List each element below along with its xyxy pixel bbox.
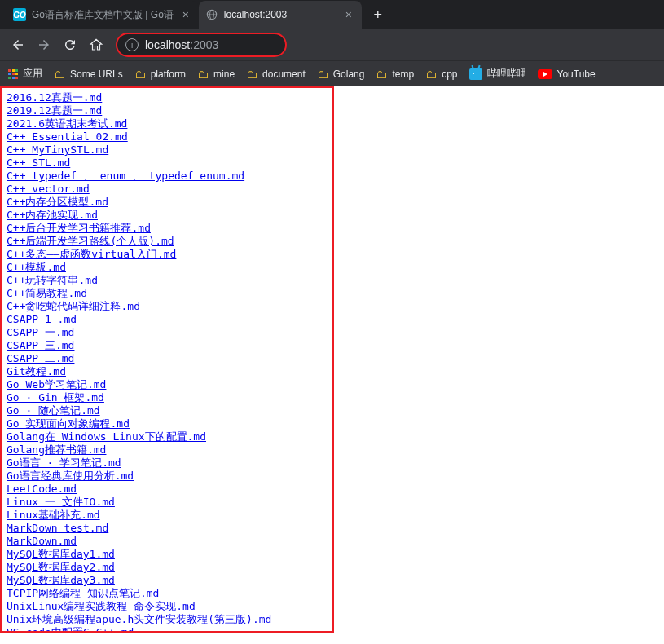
url-host: localhost [145,38,190,51]
bookmark-folder-temp[interactable]: 🗀 temp [376,68,414,81]
file-link[interactable]: C++玩转字符串.md [7,274,328,287]
tab-title: Go语言标准库文档中文版 | Go语 [32,8,174,22]
go-favicon: GO [13,8,26,21]
file-link[interactable]: Go语言经典库使用分析.md [7,470,328,483]
file-link[interactable]: C++贪吃蛇代码详细注释.md [7,300,328,313]
globe-icon [205,8,218,21]
apps-grid-icon [8,69,18,79]
folder-icon: 🗀 [54,68,65,81]
bookmark-label: platform [151,68,186,80]
bookmark-bilibili[interactable]: · · 哔哩哔哩 [469,67,526,81]
folder-icon: 🗀 [376,68,387,81]
file-link[interactable]: Go · Gin 框架.md [7,391,328,404]
file-link[interactable]: C++ Essential 02.md [7,130,328,143]
bilibili-icon: · · [469,68,482,80]
file-link[interactable]: C++内存池实现.md [7,209,328,222]
file-link[interactable]: C++ STL.md [7,157,328,170]
file-link[interactable]: Go 实现面向对象编程.md [7,417,328,430]
file-link[interactable]: Golang推荐书籍.md [7,443,328,457]
file-link[interactable]: C++后台开发学习书籍推荐.md [7,222,328,235]
file-link[interactable]: C++简易教程.md [7,287,328,300]
bookmark-folder-document[interactable]: 🗀 document [246,68,306,81]
forward-button[interactable] [33,33,55,56]
bookmark-label: Golang [333,68,365,80]
file-link[interactable]: Linux 一 文件IO.md [7,496,328,509]
bookmark-folder-cpp[interactable]: 🗀 cpp [425,68,457,81]
file-link[interactable]: C++模板.md [7,261,328,274]
file-link[interactable]: 2019.12真题一.md [7,104,328,117]
reload-button[interactable] [59,33,81,56]
file-link[interactable]: MySQL数据库day2.md [7,561,328,574]
bookmark-youtube[interactable]: YouTube [538,68,596,80]
file-link[interactable]: C++ vector.md [7,183,328,196]
folder-icon: 🗀 [197,68,209,81]
page-content: 2016.12真题一.md2019.12真题一.md2021.6英语期末考试.m… [0,86,334,633]
file-link[interactable]: Git教程.md [7,365,328,378]
file-link[interactable]: MySQL数据库day1.md [7,548,328,561]
bookmark-label: Some URLs [70,68,123,80]
new-tab-button[interactable]: + [367,3,389,26]
tab-bar: GO Go语言标准库文档中文版 | Go语 × localhost:2003 ×… [0,0,664,29]
address-bar[interactable]: i localhost:2003 [116,33,287,57]
file-link[interactable]: 2016.12真题一.md [7,91,328,104]
file-link[interactable]: C++ typedef 、 enum 、 typedef enum.md [7,170,328,183]
file-link[interactable]: Linux基础补充.md [7,509,328,522]
file-link[interactable]: C++内存分区模型.md [7,196,328,209]
folder-icon: 🗀 [317,68,328,81]
url-text: localhost:2003 [145,38,218,51]
file-link[interactable]: MarkDown.md [7,535,328,548]
file-link[interactable]: CSAPP 二.md [7,352,328,365]
bookmark-label: document [262,68,306,80]
bookmark-label: temp [392,68,414,80]
file-link[interactable]: LeetCode.md [7,483,328,496]
bookmark-label: cpp [442,68,457,80]
tab-localhost[interactable]: localhost:2003 × [199,1,362,29]
bookmark-folder-platform[interactable]: 🗀 platform [134,68,186,81]
bookmark-folder-mine[interactable]: 🗀 mine [197,68,235,81]
file-link[interactable]: VS code中配置C C++.md [7,626,328,633]
file-link[interactable]: C++多态——虚函数virtual入门.md [7,248,328,261]
bookmark-folder-some-urls[interactable]: 🗀 Some URLs [54,68,123,81]
file-link[interactable]: Go · 随心笔记.md [7,404,328,417]
back-button[interactable] [7,33,29,56]
youtube-icon [538,69,552,79]
site-info-icon[interactable]: i [125,38,139,51]
file-link[interactable]: MarkDown test.md [7,522,328,535]
file-link[interactable]: CSAPP 1 .md [7,313,328,326]
apps-label: 应用 [23,67,42,81]
directory-listing: 2016.12真题一.md2019.12真题一.md2021.6英语期末考试.m… [7,91,328,633]
bookmark-label: mine [213,68,235,80]
file-link[interactable]: C++ MyTinySTL.md [7,143,328,157]
bookmarks-bar: 应用 🗀 Some URLs 🗀 platform 🗀 mine 🗀 docum… [0,60,664,86]
file-link[interactable]: C++后端开发学习路线(个人版).md [7,235,328,248]
file-link[interactable]: UnixLinux编程实践教程-命令实现.md [7,600,328,613]
bookmark-label: 哔哩哔哩 [487,67,526,81]
file-link[interactable]: CSAPP 一.md [7,326,328,339]
folder-icon: 🗀 [134,68,146,81]
file-link[interactable]: Unix环境高级编程apue.h头文件安装教程(第三版).md [7,613,328,626]
file-link[interactable]: Go语言 · 学习笔记.md [7,457,328,470]
file-link[interactable]: Go Web学习笔记.md [7,378,328,391]
file-link[interactable]: Golang在 Windows Linux下的配置.md [7,430,328,443]
folder-icon: 🗀 [246,68,257,81]
url-port: :2003 [190,38,218,51]
file-link[interactable]: TCPIP网络编程 知识点笔记.md [7,587,328,600]
file-link[interactable]: 2021.6英语期末考试.md [7,117,328,130]
close-icon[interactable]: × [179,8,192,21]
bookmark-folder-golang[interactable]: 🗀 Golang [317,68,365,81]
tab-go-docs[interactable]: GO Go语言标准库文档中文版 | Go语 × [7,1,199,29]
apps-button[interactable]: 应用 [8,67,42,81]
folder-icon: 🗀 [425,68,437,81]
bookmark-label: YouTube [557,68,596,80]
home-button[interactable] [85,33,108,56]
close-icon[interactable]: × [342,8,355,21]
toolbar: i localhost:2003 [0,29,664,60]
tab-title: localhost:2003 [224,9,336,20]
file-link[interactable]: CSAPP 三.md [7,339,328,352]
file-link[interactable]: MySQL数据库day3.md [7,574,328,587]
